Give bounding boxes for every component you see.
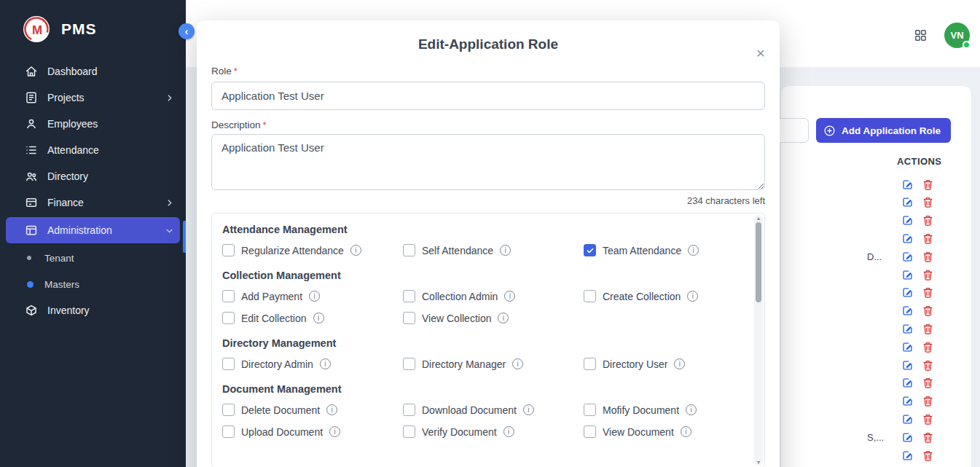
- edit-button[interactable]: [901, 359, 914, 372]
- edit-button[interactable]: [901, 305, 914, 317]
- info-icon[interactable]: i: [681, 426, 691, 437]
- checkbox-download-document[interactable]: [403, 404, 415, 416]
- sidebar-subitem-label: Tenant: [44, 253, 74, 264]
- delete-button[interactable]: [922, 286, 934, 299]
- info-icon[interactable]: i: [688, 245, 699, 256]
- checkbox-view-document[interactable]: [584, 425, 596, 438]
- edit-button[interactable]: [901, 395, 914, 407]
- permission-item-view-collection: View Collectioni: [403, 312, 584, 324]
- sidebar-item-finance[interactable]: Finance: [0, 189, 186, 216]
- table-row: [867, 376, 962, 391]
- scrollbar-thumb[interactable]: [756, 222, 761, 302]
- collapse-sidebar-button[interactable]: [179, 23, 195, 39]
- checkbox-collection-admin[interactable]: [403, 290, 415, 302]
- checkbox-create-collection[interactable]: [584, 290, 596, 302]
- permission-item-directory-user: Directory Useri: [584, 358, 735, 370]
- edit-button[interactable]: [901, 450, 914, 462]
- info-icon[interactable]: i: [313, 313, 324, 323]
- info-icon[interactable]: i: [498, 313, 509, 323]
- permission-label: View Collection: [422, 313, 491, 324]
- delete-button[interactable]: [922, 214, 934, 227]
- info-icon[interactable]: i: [674, 358, 685, 369]
- edit-button[interactable]: [901, 286, 914, 299]
- delete-button[interactable]: [922, 305, 934, 317]
- checkbox-team-attendance[interactable]: [584, 244, 596, 256]
- checkbox-verify-document[interactable]: [403, 425, 415, 438]
- description-textarea[interactable]: Application Test User: [211, 134, 765, 190]
- close-icon[interactable]: ×: [756, 45, 765, 60]
- scroll-up-icon[interactable]: [754, 216, 763, 221]
- checkbox-add-payment[interactable]: [222, 290, 235, 302]
- edit-button[interactable]: [901, 413, 914, 425]
- permission-label: Upload Document: [241, 426, 323, 438]
- checkbox-view-collection[interactable]: [403, 312, 415, 324]
- delete-button[interactable]: [922, 377, 934, 389]
- scrollbar[interactable]: [754, 215, 763, 466]
- checkbox-upload-document[interactable]: [222, 425, 235, 438]
- edit-button[interactable]: [901, 377, 914, 389]
- sidebar-item-administration[interactable]: Administration: [6, 217, 180, 243]
- info-icon[interactable]: i: [500, 245, 511, 256]
- delete-button[interactable]: [922, 431, 934, 444]
- delete-button[interactable]: [922, 251, 934, 263]
- delete-button[interactable]: [922, 178, 934, 191]
- checkbox-regularize-attendance[interactable]: [222, 244, 235, 256]
- sidebar: M PMS DashboardProjectsEmployeesAttendan…: [0, 0, 186, 467]
- scroll-down-icon[interactable]: [754, 460, 763, 465]
- edit-button[interactable]: [901, 196, 914, 208]
- info-icon[interactable]: i: [326, 404, 337, 415]
- info-icon[interactable]: i: [350, 245, 361, 256]
- edit-button[interactable]: [901, 232, 914, 245]
- delete-button[interactable]: [922, 323, 934, 335]
- sidebar-item-dashboard[interactable]: Dashboard: [0, 58, 186, 85]
- delete-button[interactable]: [922, 341, 934, 353]
- checkbox-self-attendance[interactable]: [403, 244, 415, 256]
- info-icon[interactable]: i: [504, 291, 515, 302]
- info-icon[interactable]: i: [320, 358, 331, 369]
- checkbox-mofify-document[interactable]: [584, 404, 596, 416]
- checkbox-directory-admin[interactable]: [222, 358, 235, 370]
- checkbox-directory-user[interactable]: [584, 358, 596, 370]
- sidebar-subitem-tenant[interactable]: Tenant: [0, 245, 186, 271]
- edit-button[interactable]: [901, 323, 914, 335]
- info-icon[interactable]: i: [503, 426, 514, 437]
- sidebar-subitem-masters[interactable]: Masters: [0, 271, 186, 297]
- delete-button[interactable]: [922, 232, 934, 245]
- edit-button[interactable]: [901, 214, 914, 227]
- info-icon[interactable]: i: [512, 358, 523, 369]
- sidebar-item-employees[interactable]: Employees: [0, 111, 186, 137]
- edit-button[interactable]: [901, 431, 914, 444]
- checkbox-directory-manager[interactable]: [403, 358, 415, 370]
- info-icon[interactable]: i: [686, 404, 697, 415]
- sidebar-item-label: Attendance: [47, 144, 99, 156]
- checkbox-delete-document[interactable]: [222, 404, 235, 416]
- permission-item-add-payment: Add Paymenti: [222, 290, 403, 302]
- add-application-role-button[interactable]: Add Application Role: [816, 118, 951, 143]
- delete-button[interactable]: [922, 450, 934, 462]
- info-icon[interactable]: i: [523, 404, 534, 415]
- apps-grid-icon[interactable]: [914, 28, 928, 42]
- sidebar-item-inventory[interactable]: Inventory: [0, 297, 186, 323]
- role-input[interactable]: [211, 82, 765, 110]
- sidebar-item-directory[interactable]: Directory: [0, 163, 186, 189]
- delete-button[interactable]: [922, 395, 934, 407]
- avatar[interactable]: VN: [944, 23, 970, 48]
- sidebar-item-attendance[interactable]: Attendance: [0, 137, 186, 163]
- delete-button[interactable]: [922, 413, 934, 425]
- edit-button[interactable]: [901, 178, 914, 191]
- edit-button[interactable]: [901, 251, 914, 263]
- checkbox-edit-collection[interactable]: [222, 312, 235, 324]
- delete-button[interactable]: [922, 196, 934, 208]
- sidebar-item-projects[interactable]: Projects: [0, 85, 186, 111]
- app-window: VN Add Application Role ACTIONS D...S,..…: [0, 0, 980, 467]
- info-icon[interactable]: i: [687, 291, 698, 302]
- delete-button[interactable]: [922, 269, 934, 281]
- sidebar-item-label: Dashboard: [47, 66, 98, 77]
- delete-button[interactable]: [922, 359, 934, 372]
- permission-item-mofify-document: Mofify Documenti: [584, 404, 735, 416]
- permission-label: Collection Admin: [422, 291, 498, 302]
- info-icon[interactable]: i: [309, 291, 320, 302]
- info-icon[interactable]: i: [329, 426, 340, 437]
- edit-button[interactable]: [901, 341, 914, 353]
- edit-button[interactable]: [901, 269, 914, 281]
